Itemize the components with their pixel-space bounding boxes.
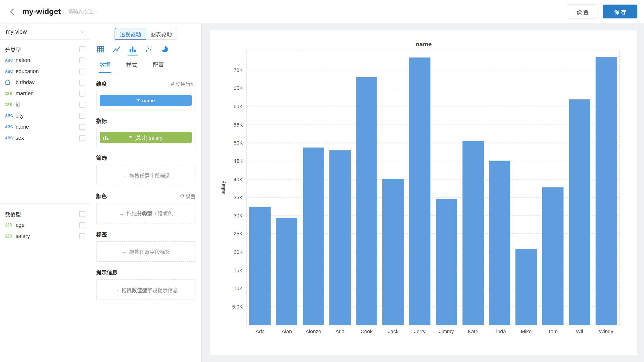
use-rows-cols-button[interactable]: ⇄ 使用行列 xyxy=(170,80,196,87)
scatter-icon[interactable] xyxy=(144,45,154,55)
field-item-age[interactable]: 123age xyxy=(0,220,90,230)
filter-hint: 拖拽任意字段筛选 xyxy=(129,171,170,179)
field-section-title: 数值型 xyxy=(5,210,79,218)
metric-pill-salary[interactable]: [总计] salary xyxy=(100,132,192,143)
field-label: age xyxy=(16,222,79,228)
bar-Alan[interactable] xyxy=(276,218,297,325)
field-checkbox[interactable] xyxy=(79,90,85,96)
color-settings-button[interactable]: ⚙ 设置 xyxy=(180,192,196,199)
config-panel: 透视驱动图表驱动 数据样式配置 维度 ⇄ xyxy=(90,24,202,362)
field-item-city[interactable]: ABCcity xyxy=(0,110,90,121)
drag-arrow-icon: → xyxy=(122,248,127,254)
chart-card: name salary 5.0K10K15K20K25K30K35K40K45K… xyxy=(210,30,638,356)
field-item-birthday[interactable]: birthday xyxy=(0,77,90,88)
field-checkbox[interactable] xyxy=(79,233,85,239)
bar-Jerry[interactable] xyxy=(409,58,430,325)
bar-Linda[interactable] xyxy=(489,160,510,325)
field-item-id[interactable]: 123id xyxy=(0,99,90,110)
bar-Jack[interactable] xyxy=(382,179,404,325)
tab-config[interactable]: 配置 xyxy=(152,60,164,73)
x-tick-label: Jack xyxy=(388,329,398,334)
bar-Ada[interactable] xyxy=(250,206,270,325)
gridline xyxy=(247,106,619,106)
bar-Windy[interactable] xyxy=(595,57,616,325)
metric-section-label: 指标 xyxy=(96,117,196,124)
bar-Tom[interactable] xyxy=(542,188,563,325)
bar-Alonzo[interactable] xyxy=(303,147,324,325)
field-label: sex xyxy=(16,135,79,141)
bar-Wil[interactable] xyxy=(569,100,590,325)
field-checkbox[interactable] xyxy=(79,80,85,85)
save-button[interactable]: 保 存 xyxy=(603,4,638,19)
panel-sections: 维度 ⇄ 使用行列 name 指标 xyxy=(90,80,201,300)
number-type-icon: 123 xyxy=(5,91,16,96)
dimension-section-label: 维度 xyxy=(96,80,170,88)
bar-Mike[interactable] xyxy=(516,249,537,325)
bar-Aria[interactable] xyxy=(330,150,350,325)
text-type-icon: ABC xyxy=(5,69,16,73)
field-item-education[interactable]: ABCeducation xyxy=(0,66,90,77)
drag-arrow-icon: → xyxy=(119,210,124,216)
back-button[interactable] xyxy=(8,6,19,17)
y-tick-label: 25K xyxy=(234,231,243,237)
text-type-icon: ABC xyxy=(5,58,16,62)
field-checkbox[interactable] xyxy=(79,113,85,118)
y-tick-label: 40K xyxy=(234,176,243,182)
field-checkbox[interactable] xyxy=(79,135,85,141)
panel-tabs: 数据样式配置 xyxy=(90,56,201,73)
y-tick-label: 35K xyxy=(234,194,243,200)
dimension-drop-zone[interactable]: name xyxy=(96,91,196,110)
field-item-married[interactable]: 123married xyxy=(0,88,90,99)
field-checkbox[interactable] xyxy=(79,102,85,108)
text-type-icon: ABC xyxy=(5,114,16,118)
field-item-nation[interactable]: ABCnation xyxy=(0,55,90,66)
widget-editor: my-widget 设 置 保 存 my-view 分类型ABCnationAB… xyxy=(0,0,644,362)
pie-icon[interactable] xyxy=(160,45,170,55)
bar-Cook[interactable] xyxy=(356,78,377,325)
x-tick-label: Tom xyxy=(548,329,558,334)
y-tick-label: 45K xyxy=(234,158,243,164)
field-checkbox[interactable] xyxy=(79,58,85,63)
tab-style[interactable]: 样式 xyxy=(125,60,138,73)
field-checkbox[interactable] xyxy=(79,124,85,130)
y-tick-label: 30K xyxy=(234,213,243,218)
mode-pivot-button[interactable]: 透视驱动 xyxy=(115,28,146,40)
y-tick-label: 65K xyxy=(234,86,243,91)
section-checkbox[interactable] xyxy=(79,46,85,52)
field-sections: 分类型ABCnationABCeducationbirthday123marri… xyxy=(0,44,90,242)
x-tick-label: Aria xyxy=(335,329,344,334)
bar-Jimmy[interactable] xyxy=(436,199,457,325)
x-tick-label: Windy xyxy=(599,329,613,334)
field-checkbox[interactable] xyxy=(79,222,85,228)
chevron-down-icon xyxy=(80,28,85,33)
y-tick-label: 55K xyxy=(234,122,243,128)
mode-chart-button[interactable]: 图表驱动 xyxy=(146,28,177,40)
x-tick-label: Ada xyxy=(256,329,265,334)
label-drop-zone[interactable]: → 拖拽任意字段标签 xyxy=(96,241,196,262)
bar-Kate[interactable] xyxy=(462,141,484,325)
tooltip-drop-zone[interactable]: → 拖拽数值型字段提示信息 xyxy=(96,280,196,300)
dimension-pill-name[interactable]: name xyxy=(100,95,192,106)
settings-button[interactable]: 设 置 xyxy=(567,4,598,19)
filter-drop-zone[interactable]: → 拖拽任意字段筛选 xyxy=(96,165,196,186)
gridline xyxy=(247,124,619,125)
color-drop-zone[interactable]: → 拖拽分类型字段颜色 xyxy=(96,203,196,224)
field-item-salary[interactable]: 123salary xyxy=(0,230,90,242)
table-icon[interactable] xyxy=(96,45,106,55)
metric-drop-zone[interactable]: [总计] salary xyxy=(96,128,196,147)
field-section-title: 分类型 xyxy=(5,46,79,53)
section-checkbox[interactable] xyxy=(79,211,85,217)
chart-preview-area: name salary 5.0K10K15K20K25K30K35K40K45K… xyxy=(202,24,644,362)
bar-chart-icon[interactable] xyxy=(128,45,138,55)
tab-data[interactable]: 数据 xyxy=(99,60,111,73)
field-item-name[interactable]: ABCname xyxy=(0,121,90,132)
view-selector[interactable]: my-view xyxy=(0,24,90,40)
line-chart-icon[interactable] xyxy=(112,45,122,55)
label-hint: 拖拽任意字段标签 xyxy=(129,248,170,256)
field-item-sex[interactable]: ABCsex xyxy=(0,132,90,144)
field-checkbox[interactable] xyxy=(79,68,85,74)
description-input[interactable] xyxy=(68,8,158,14)
label-section-label: 标签 xyxy=(96,230,196,238)
y-tick-label: 5.0K xyxy=(232,304,243,310)
number-type-icon: 123 xyxy=(5,102,16,107)
